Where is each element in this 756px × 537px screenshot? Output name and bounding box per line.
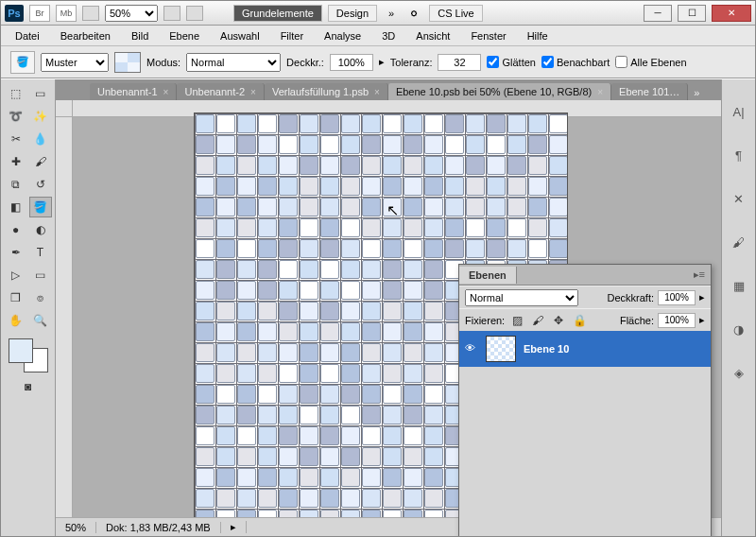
title-bar: Ps Br Mb 50% Grundelemente Design » ⭘ CS… — [1, 1, 755, 26]
layer-name[interactable]: Ebene 10 — [524, 343, 569, 355]
bucket-tool-icon[interactable]: 🪣 — [29, 197, 52, 217]
fg-color-icon[interactable] — [9, 338, 33, 363]
adjust-panel-icon[interactable]: ◑ — [730, 320, 748, 338]
menu-analyse[interactable]: Analyse — [316, 28, 369, 43]
zoom-select[interactable]: 50% — [105, 5, 158, 22]
layer-opacity-field[interactable] — [658, 290, 696, 305]
arrange-icon[interactable] — [82, 6, 99, 21]
paragraph-panel-icon[interactable]: ¶ — [730, 146, 748, 165]
dodge-tool-icon[interactable]: ◐ — [29, 219, 52, 240]
quickmask-icon[interactable]: ◙ — [17, 376, 40, 397]
eraser-tool-icon[interactable]: ◧ — [5, 197, 27, 217]
view-extras-icon[interactable] — [163, 6, 180, 21]
tab-close-icon[interactable]: × — [374, 87, 380, 97]
doc-tab[interactable]: Verlaufsfüllung 1.psb× — [265, 83, 388, 100]
vertical-ruler[interactable] — [56, 117, 73, 517]
menu-hilfe[interactable]: Hilfe — [519, 28, 557, 43]
ruler-origin[interactable] — [56, 100, 73, 117]
cslive-button[interactable]: CS Live — [429, 5, 483, 22]
layers-panel-icon[interactable]: ◈ — [730, 363, 748, 382]
doc-tab[interactable]: Unbenannt-2× — [177, 83, 264, 100]
status-zoom[interactable]: 50% — [56, 522, 96, 533]
bridge-button[interactable]: Br — [29, 5, 50, 22]
alllayers-checkbox[interactable]: Alle Ebenen — [615, 56, 686, 68]
status-doc-size[interactable]: Dok: 1,83 MB/2,43 MB — [96, 522, 221, 533]
tools-panel-icon[interactable]: ✕ — [730, 189, 748, 208]
layer-row[interactable]: 👁 Ebene 10 — [459, 331, 711, 367]
menu-datei[interactable]: Datei — [7, 28, 48, 43]
menu-bild[interactable]: Bild — [123, 28, 157, 43]
menu-filter[interactable]: Filter — [272, 28, 312, 43]
tab-close-icon[interactable]: × — [163, 87, 169, 97]
wand-tool-icon[interactable]: ✨ — [29, 106, 52, 127]
shape-tool-icon[interactable]: ▭ — [29, 265, 52, 286]
path-select-tool-icon[interactable]: ▷ — [5, 265, 27, 286]
tab-overflow-icon[interactable]: » — [688, 85, 705, 100]
contiguous-checkbox[interactable]: Benachbart — [541, 56, 610, 68]
color-well[interactable] — [9, 338, 48, 372]
pen-tool-icon[interactable]: ✒ — [5, 242, 27, 263]
menu-3d[interactable]: 3D — [373, 28, 404, 43]
minibridge-button[interactable]: Mb — [56, 5, 77, 22]
hand-tool-icon[interactable]: ✋ — [5, 310, 27, 331]
crop-tool-icon[interactable]: ✂ — [5, 129, 27, 149]
close-button[interactable]: ✕ — [712, 5, 751, 22]
layer-thumbnail[interactable] — [486, 336, 516, 362]
opacity-arrow-icon[interactable]: ▸ — [379, 56, 385, 68]
menu-auswahl[interactable]: Auswahl — [212, 28, 268, 43]
menu-fenster[interactable]: Fenster — [462, 28, 514, 43]
lock-transparent-icon[interactable]: ▨ — [508, 313, 525, 328]
menu-ebene[interactable]: Ebene — [161, 28, 208, 43]
maximize-button[interactable]: ☐ — [678, 5, 706, 22]
workspace-grundelemente-button[interactable]: Grundelemente — [233, 5, 322, 22]
3d-tool-icon[interactable]: ❒ — [5, 287, 27, 308]
workspace-design-button[interactable]: Design — [328, 5, 377, 22]
menu-bearbeiten[interactable]: Bearbeiten — [52, 28, 119, 43]
camera-tool-icon[interactable]: ⌾ — [29, 287, 52, 308]
visibility-eye-icon[interactable]: 👁 — [465, 342, 478, 355]
screen-mode-icon[interactable] — [186, 6, 203, 21]
lasso-tool-icon[interactable]: ➰ — [5, 106, 27, 127]
type-panel-icon[interactable]: A| — [730, 102, 748, 121]
lock-pixels-icon[interactable]: 🖌 — [529, 313, 546, 328]
type-tool-icon[interactable]: T — [29, 242, 52, 263]
fill-slider-icon[interactable]: ▸ — [699, 314, 705, 326]
layer-fill-field[interactable] — [658, 313, 696, 328]
menu-bar: Datei Bearbeiten Bild Ebene Auswahl Filt… — [1, 26, 755, 46]
doc-tab[interactable]: Unbenannt-1× — [90, 83, 177, 100]
move-tool-icon[interactable]: ⬚ — [5, 83, 27, 104]
fill-type-select[interactable]: Muster — [41, 53, 109, 72]
swatch-panel-icon[interactable]: ▦ — [730, 276, 748, 295]
doc-tab-active[interactable]: Ebene 10.psb bei 50% (Ebene 10, RGB/8)× — [388, 83, 611, 100]
stamp-tool-icon[interactable]: ⧉ — [5, 174, 27, 195]
status-arrow-icon[interactable]: ▸ — [221, 521, 247, 533]
antialias-checkbox[interactable]: Glätten — [487, 56, 535, 68]
heal-tool-icon[interactable]: ✚ — [5, 151, 27, 172]
marquee-tool-icon[interactable]: ▭ — [29, 83, 52, 104]
tab-close-icon[interactable]: × — [250, 87, 256, 97]
zoom-tool-icon[interactable]: 🔍 — [29, 310, 52, 331]
current-tool-icon[interactable]: 🪣 — [10, 51, 35, 74]
opacity-slider-icon[interactable]: ▸ — [699, 291, 705, 303]
blend-mode-select[interactable]: Normal — [186, 53, 281, 72]
menu-ansicht[interactable]: Ansicht — [407, 28, 458, 43]
panel-menu-icon[interactable]: ▸≡ — [688, 268, 711, 281]
eyedropper-tool-icon[interactable]: 💧 — [29, 129, 52, 149]
tab-close-icon[interactable]: × — [597, 87, 603, 97]
doc-tab[interactable]: Ebene 101… — [611, 83, 688, 100]
workspace-more-icon[interactable]: » — [383, 8, 400, 19]
lock-all-icon[interactable]: 🔒 — [571, 313, 588, 328]
brush-tool-icon[interactable]: 🖌 — [29, 151, 52, 172]
layer-blend-select[interactable]: Normal — [465, 289, 578, 306]
tolerance-field[interactable] — [438, 54, 481, 71]
blur-tool-icon[interactable]: ● — [5, 219, 27, 240]
lock-position-icon[interactable]: ✥ — [550, 313, 567, 328]
history-brush-tool-icon[interactable]: ↺ — [29, 174, 52, 195]
layers-panel-tab[interactable]: Ebenen — [459, 267, 517, 284]
opacity-field[interactable] — [330, 54, 373, 71]
layer-opacity-label: Deckkraft: — [607, 292, 654, 303]
tool-palette: ⬚▭ ➰✨ ✂💧 ✚🖌 ⧉↺ ◧🪣 ●◐ ✒T ▷▭ ❒⌾ ✋🔍 ◙ — [1, 79, 56, 536]
pattern-swatch-button[interactable] — [114, 52, 141, 73]
brush-panel-icon[interactable]: 🖌 — [730, 233, 748, 251]
minimize-button[interactable]: ─ — [644, 5, 672, 22]
